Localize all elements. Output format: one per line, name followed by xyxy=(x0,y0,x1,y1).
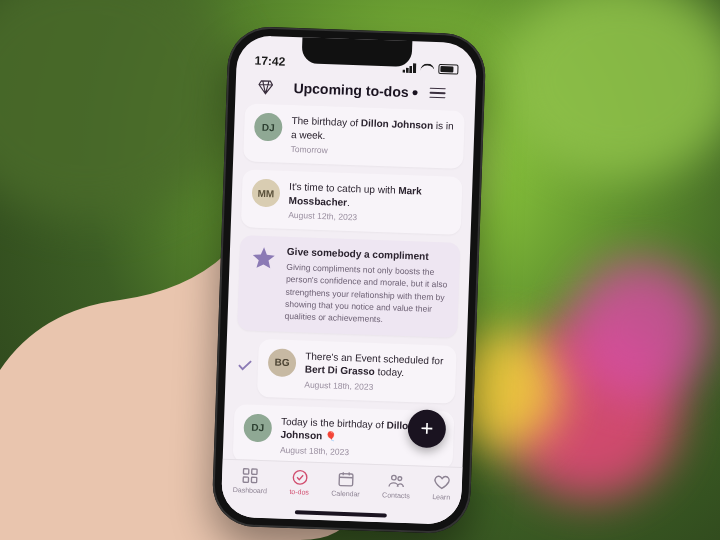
checkmark-icon[interactable] xyxy=(236,356,255,379)
star-icon xyxy=(249,245,278,274)
check-circle-icon xyxy=(290,468,309,487)
tip-card[interactable]: Give somebody a compliment Giving compli… xyxy=(237,235,460,337)
svg-point-4 xyxy=(293,470,307,484)
avatar: DJ xyxy=(254,113,283,142)
device-notch xyxy=(302,37,413,67)
todo-date: August 18th, 2023 xyxy=(304,379,445,394)
avatar: MM xyxy=(252,179,281,208)
svg-rect-2 xyxy=(243,477,248,482)
tip-text: Giving compliments not only boosts the p… xyxy=(284,261,449,328)
tip-title: Give somebody a compliment xyxy=(287,246,450,263)
todo-card[interactable]: DJ The birthday of Dillon Johnson is in … xyxy=(243,103,465,169)
menu-icon[interactable] xyxy=(429,87,461,99)
todo-date: Tomorrow xyxy=(290,144,453,160)
contacts-icon xyxy=(387,471,406,490)
svg-rect-5 xyxy=(339,474,353,486)
svg-rect-1 xyxy=(252,469,257,474)
plus-icon: + xyxy=(420,416,434,442)
svg-point-7 xyxy=(398,477,402,481)
svg-rect-0 xyxy=(244,469,249,474)
title-indicator-dot xyxy=(413,90,418,95)
phone-mockup: 17:42 Upcoming to-dos DJ xyxy=(211,26,486,535)
avatar: DJ xyxy=(243,413,272,442)
heart-icon xyxy=(432,473,451,492)
todo-date: August 18th, 2023 xyxy=(280,444,443,460)
svg-rect-3 xyxy=(252,477,257,482)
todo-text: There's an Event scheduled for Bert Di G… xyxy=(305,349,447,381)
todo-text: The birthday of Dillon Johnson is in a w… xyxy=(291,114,455,147)
status-time: 17:42 xyxy=(254,54,285,69)
todo-text: It's time to catch up with Mark Mossbach… xyxy=(289,180,453,213)
tab-todos[interactable]: to-dos xyxy=(289,468,309,496)
battery-icon xyxy=(438,64,458,75)
tab-dashboard[interactable]: Dashboard xyxy=(233,466,268,494)
tab-learn[interactable]: Learn xyxy=(432,473,451,501)
premium-icon[interactable] xyxy=(249,77,282,96)
cellular-icon xyxy=(402,63,416,73)
avatar: BG xyxy=(268,348,297,377)
tab-contacts[interactable]: Contacts xyxy=(382,471,411,499)
page-title: Upcoming to-dos xyxy=(293,80,418,100)
todo-card[interactable]: MM It's time to catch up with Mark Mossb… xyxy=(241,169,463,235)
wifi-icon xyxy=(420,63,434,73)
calendar-icon xyxy=(337,470,356,489)
svg-point-6 xyxy=(392,475,397,480)
dashboard-icon xyxy=(241,466,260,485)
todo-card[interactable]: BG There's an Event scheduled for Bert D… xyxy=(257,338,457,403)
todo-date: August 12th, 2023 xyxy=(288,210,451,226)
tab-calendar[interactable]: Calendar xyxy=(331,470,360,498)
